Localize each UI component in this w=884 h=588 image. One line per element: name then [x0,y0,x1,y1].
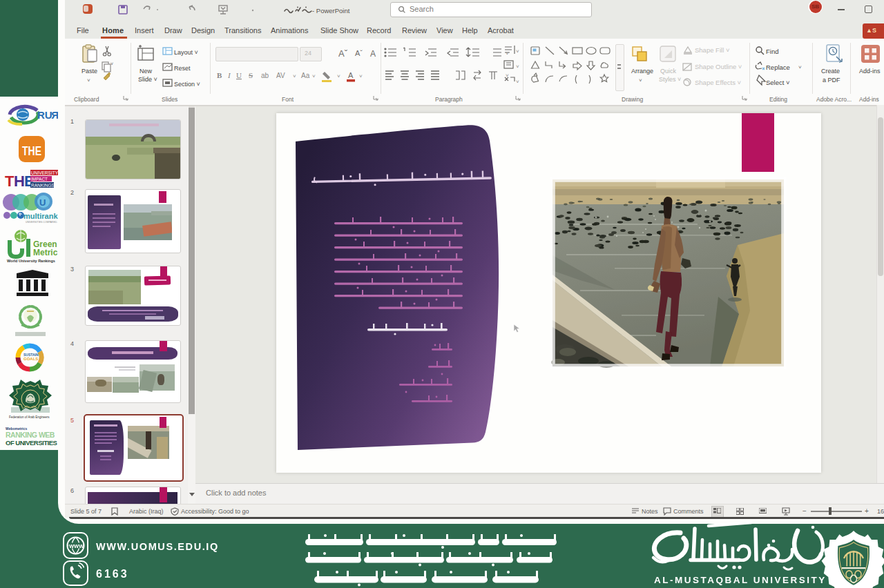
svg-text:RANKING WEB: RANKING WEB [6,431,55,439]
svg-text:Federation of Arab Engineers: Federation of Arab Engineers [9,415,50,419]
svg-text:RANKINGS: RANKINGS [31,183,55,188]
svg-text:I: I [227,71,231,79]
svg-text:WWW.UOMUS.EDU.IQ: WWW.UOMUS.EDU.IQ [96,541,219,552]
svg-text:GOALS: GOALS [23,357,38,361]
svg-text:T: T [5,173,15,190]
svg-text:˅: ˅ [337,73,340,79]
svg-text:A: A [348,71,354,79]
svg-text:UNIVERSITY: UNIVERSITY [31,170,59,175]
svg-text:A: A [370,49,376,59]
svg-text:multirank: multirank [23,212,58,220]
svg-text:˅: ˅ [516,79,519,85]
svg-text:˅: ˅ [312,73,316,79]
svg-text:AV: AV [276,72,285,79]
svg-text:˅: ˅ [359,73,363,79]
svg-text:THE: THE [22,144,41,158]
svg-text:Shape Fill ˅: Shape Fill ˅ [695,46,730,54]
svg-text:ab: ab [261,72,269,79]
svg-text:B: B [217,71,222,79]
svg-text:World University Rankings: World University Rankings [7,259,55,263]
svg-text:Aˇ: Aˇ [338,48,348,59]
svg-text:˅: ˅ [516,63,519,70]
svg-text:Shape Outline ˅: Shape Outline ˅ [695,63,742,70]
svg-text:WWW: WWW [69,543,84,549]
svg-text:UNIVERSITIES COMPARED. YOUR WA: UNIVERSITIES COMPARED. YOUR WAY. [26,221,59,224]
svg-text:IMPACT: IMPACT [31,177,48,182]
svg-text:RU: RU [37,109,52,121]
svg-text:Aa: Aa [301,72,310,79]
svg-text:6163: 6163 [96,568,129,580]
svg-text:˅: ˅ [516,48,519,55]
svg-text:U: U [39,197,46,208]
svg-text:AL-MUSTAQBAL UNIVERSITY: AL-MUSTAQBAL UNIVERSITY [654,575,827,585]
svg-text:OF UNIVERSITIES: OF UNIVERSITIES [6,439,57,447]
svg-text:Shape Effects ˅: Shape Effects ˅ [695,79,742,86]
svg-text:Metric: Metric [33,248,58,257]
svg-text:U: U [236,71,242,79]
svg-text:H: H [14,173,25,190]
svg-text:Aˇ: Aˇ [355,49,363,57]
svg-text:˅: ˅ [293,73,296,79]
svg-text:S: S [249,71,253,79]
svg-text:- PowerPoint: - PowerPoint [312,7,350,14]
